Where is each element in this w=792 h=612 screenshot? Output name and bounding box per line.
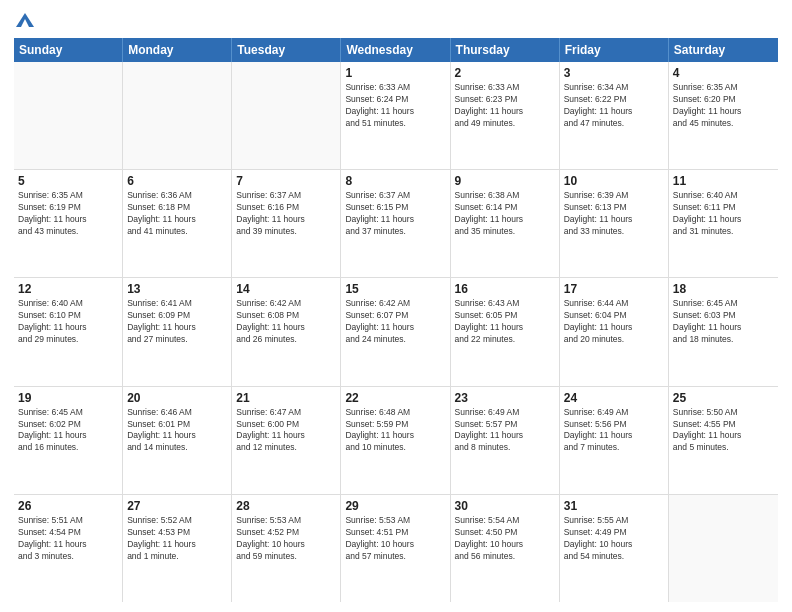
- day-cell-8: 8Sunrise: 6:37 AM Sunset: 6:15 PM Daylig…: [341, 170, 450, 277]
- day-number: 30: [455, 498, 555, 514]
- day-cell-5: 5Sunrise: 6:35 AM Sunset: 6:19 PM Daylig…: [14, 170, 123, 277]
- weekday-header-tuesday: Tuesday: [232, 38, 341, 62]
- day-number: 7: [236, 173, 336, 189]
- day-info: Sunrise: 5:54 AM Sunset: 4:50 PM Dayligh…: [455, 515, 555, 563]
- day-info: Sunrise: 5:55 AM Sunset: 4:49 PM Dayligh…: [564, 515, 664, 563]
- day-cell-23: 23Sunrise: 6:49 AM Sunset: 5:57 PM Dayli…: [451, 387, 560, 494]
- day-cell-17: 17Sunrise: 6:44 AM Sunset: 6:04 PM Dayli…: [560, 278, 669, 385]
- day-cell-21: 21Sunrise: 6:47 AM Sunset: 6:00 PM Dayli…: [232, 387, 341, 494]
- calendar-row-4: 19Sunrise: 6:45 AM Sunset: 6:02 PM Dayli…: [14, 387, 778, 495]
- day-info: Sunrise: 5:50 AM Sunset: 4:55 PM Dayligh…: [673, 407, 774, 455]
- day-cell-16: 16Sunrise: 6:43 AM Sunset: 6:05 PM Dayli…: [451, 278, 560, 385]
- day-cell-12: 12Sunrise: 6:40 AM Sunset: 6:10 PM Dayli…: [14, 278, 123, 385]
- day-cell-2: 2Sunrise: 6:33 AM Sunset: 6:23 PM Daylig…: [451, 62, 560, 169]
- day-number: 27: [127, 498, 227, 514]
- empty-cell: [123, 62, 232, 169]
- logo-icon: [16, 13, 34, 27]
- empty-cell: [14, 62, 123, 169]
- day-info: Sunrise: 6:41 AM Sunset: 6:09 PM Dayligh…: [127, 298, 227, 346]
- day-cell-31: 31Sunrise: 5:55 AM Sunset: 4:49 PM Dayli…: [560, 495, 669, 602]
- weekday-header-monday: Monday: [123, 38, 232, 62]
- calendar: SundayMondayTuesdayWednesdayThursdayFrid…: [14, 38, 778, 602]
- day-number: 22: [345, 390, 445, 406]
- day-info: Sunrise: 6:36 AM Sunset: 6:18 PM Dayligh…: [127, 190, 227, 238]
- day-number: 20: [127, 390, 227, 406]
- empty-cell: [232, 62, 341, 169]
- day-info: Sunrise: 5:53 AM Sunset: 4:52 PM Dayligh…: [236, 515, 336, 563]
- day-info: Sunrise: 6:34 AM Sunset: 6:22 PM Dayligh…: [564, 82, 664, 130]
- day-number: 29: [345, 498, 445, 514]
- day-cell-9: 9Sunrise: 6:38 AM Sunset: 6:14 PM Daylig…: [451, 170, 560, 277]
- day-number: 2: [455, 65, 555, 81]
- calendar-body: 1Sunrise: 6:33 AM Sunset: 6:24 PM Daylig…: [14, 62, 778, 602]
- weekday-header-sunday: Sunday: [14, 38, 123, 62]
- day-info: Sunrise: 6:37 AM Sunset: 6:15 PM Dayligh…: [345, 190, 445, 238]
- day-cell-19: 19Sunrise: 6:45 AM Sunset: 6:02 PM Dayli…: [14, 387, 123, 494]
- day-cell-30: 30Sunrise: 5:54 AM Sunset: 4:50 PM Dayli…: [451, 495, 560, 602]
- day-info: Sunrise: 6:46 AM Sunset: 6:01 PM Dayligh…: [127, 407, 227, 455]
- page-header: [14, 10, 778, 32]
- day-cell-20: 20Sunrise: 6:46 AM Sunset: 6:01 PM Dayli…: [123, 387, 232, 494]
- day-cell-6: 6Sunrise: 6:36 AM Sunset: 6:18 PM Daylig…: [123, 170, 232, 277]
- day-cell-26: 26Sunrise: 5:51 AM Sunset: 4:54 PM Dayli…: [14, 495, 123, 602]
- weekday-header-thursday: Thursday: [451, 38, 560, 62]
- day-cell-3: 3Sunrise: 6:34 AM Sunset: 6:22 PM Daylig…: [560, 62, 669, 169]
- day-info: Sunrise: 6:40 AM Sunset: 6:11 PM Dayligh…: [673, 190, 774, 238]
- day-info: Sunrise: 6:37 AM Sunset: 6:16 PM Dayligh…: [236, 190, 336, 238]
- day-number: 24: [564, 390, 664, 406]
- day-info: Sunrise: 6:35 AM Sunset: 6:19 PM Dayligh…: [18, 190, 118, 238]
- day-info: Sunrise: 6:40 AM Sunset: 6:10 PM Dayligh…: [18, 298, 118, 346]
- day-number: 5: [18, 173, 118, 189]
- day-info: Sunrise: 6:38 AM Sunset: 6:14 PM Dayligh…: [455, 190, 555, 238]
- day-number: 26: [18, 498, 118, 514]
- day-number: 11: [673, 173, 774, 189]
- day-number: 16: [455, 281, 555, 297]
- day-number: 18: [673, 281, 774, 297]
- weekday-header-saturday: Saturday: [669, 38, 778, 62]
- day-number: 28: [236, 498, 336, 514]
- day-number: 31: [564, 498, 664, 514]
- day-number: 3: [564, 65, 664, 81]
- day-info: Sunrise: 6:33 AM Sunset: 6:23 PM Dayligh…: [455, 82, 555, 130]
- calendar-row-3: 12Sunrise: 6:40 AM Sunset: 6:10 PM Dayli…: [14, 278, 778, 386]
- day-cell-7: 7Sunrise: 6:37 AM Sunset: 6:16 PM Daylig…: [232, 170, 341, 277]
- day-cell-1: 1Sunrise: 6:33 AM Sunset: 6:24 PM Daylig…: [341, 62, 450, 169]
- day-info: Sunrise: 6:44 AM Sunset: 6:04 PM Dayligh…: [564, 298, 664, 346]
- day-cell-29: 29Sunrise: 5:53 AM Sunset: 4:51 PM Dayli…: [341, 495, 450, 602]
- day-info: Sunrise: 5:53 AM Sunset: 4:51 PM Dayligh…: [345, 515, 445, 563]
- day-info: Sunrise: 6:47 AM Sunset: 6:00 PM Dayligh…: [236, 407, 336, 455]
- day-number: 10: [564, 173, 664, 189]
- day-info: Sunrise: 6:45 AM Sunset: 6:03 PM Dayligh…: [673, 298, 774, 346]
- day-cell-28: 28Sunrise: 5:53 AM Sunset: 4:52 PM Dayli…: [232, 495, 341, 602]
- day-number: 15: [345, 281, 445, 297]
- day-info: Sunrise: 6:43 AM Sunset: 6:05 PM Dayligh…: [455, 298, 555, 346]
- day-number: 8: [345, 173, 445, 189]
- day-cell-15: 15Sunrise: 6:42 AM Sunset: 6:07 PM Dayli…: [341, 278, 450, 385]
- day-info: Sunrise: 6:42 AM Sunset: 6:07 PM Dayligh…: [345, 298, 445, 346]
- weekday-header-friday: Friday: [560, 38, 669, 62]
- day-number: 21: [236, 390, 336, 406]
- day-number: 1: [345, 65, 445, 81]
- day-info: Sunrise: 6:35 AM Sunset: 6:20 PM Dayligh…: [673, 82, 774, 130]
- calendar-header: SundayMondayTuesdayWednesdayThursdayFrid…: [14, 38, 778, 62]
- calendar-row-5: 26Sunrise: 5:51 AM Sunset: 4:54 PM Dayli…: [14, 495, 778, 602]
- day-number: 25: [673, 390, 774, 406]
- empty-cell: [669, 495, 778, 602]
- day-cell-10: 10Sunrise: 6:39 AM Sunset: 6:13 PM Dayli…: [560, 170, 669, 277]
- day-number: 14: [236, 281, 336, 297]
- weekday-header-wednesday: Wednesday: [341, 38, 450, 62]
- day-cell-24: 24Sunrise: 6:49 AM Sunset: 5:56 PM Dayli…: [560, 387, 669, 494]
- day-info: Sunrise: 6:33 AM Sunset: 6:24 PM Dayligh…: [345, 82, 445, 130]
- day-info: Sunrise: 6:49 AM Sunset: 5:56 PM Dayligh…: [564, 407, 664, 455]
- day-cell-14: 14Sunrise: 6:42 AM Sunset: 6:08 PM Dayli…: [232, 278, 341, 385]
- day-number: 17: [564, 281, 664, 297]
- day-info: Sunrise: 6:49 AM Sunset: 5:57 PM Dayligh…: [455, 407, 555, 455]
- day-cell-11: 11Sunrise: 6:40 AM Sunset: 6:11 PM Dayli…: [669, 170, 778, 277]
- day-info: Sunrise: 6:45 AM Sunset: 6:02 PM Dayligh…: [18, 407, 118, 455]
- day-number: 12: [18, 281, 118, 297]
- day-cell-22: 22Sunrise: 6:48 AM Sunset: 5:59 PM Dayli…: [341, 387, 450, 494]
- day-info: Sunrise: 6:48 AM Sunset: 5:59 PM Dayligh…: [345, 407, 445, 455]
- day-cell-27: 27Sunrise: 5:52 AM Sunset: 4:53 PM Dayli…: [123, 495, 232, 602]
- day-info: Sunrise: 5:51 AM Sunset: 4:54 PM Dayligh…: [18, 515, 118, 563]
- calendar-row-1: 1Sunrise: 6:33 AM Sunset: 6:24 PM Daylig…: [14, 62, 778, 170]
